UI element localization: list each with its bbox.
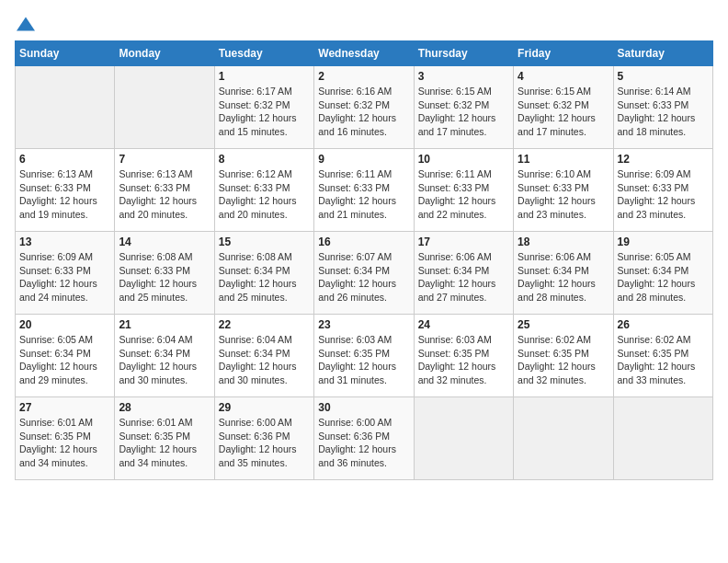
calendar-week-row: 6Sunrise: 6:13 AM Sunset: 6:33 PM Daylig…	[16, 149, 713, 232]
calendar-cell	[16, 66, 115, 149]
calendar-cell: 17Sunrise: 6:06 AM Sunset: 6:34 PM Dayli…	[414, 232, 513, 315]
calendar-cell: 20Sunrise: 6:05 AM Sunset: 6:34 PM Dayli…	[16, 315, 115, 397]
calendar-cell: 6Sunrise: 6:13 AM Sunset: 6:33 PM Daylig…	[16, 149, 115, 232]
calendar-cell: 25Sunrise: 6:02 AM Sunset: 6:35 PM Dayli…	[514, 315, 613, 397]
weekday-header: Friday	[514, 41, 613, 66]
calendar-cell	[414, 397, 513, 480]
calendar-cell: 8Sunrise: 6:12 AM Sunset: 6:33 PM Daylig…	[214, 149, 313, 232]
calendar-cell: 24Sunrise: 6:03 AM Sunset: 6:35 PM Dayli…	[414, 315, 513, 397]
calendar-cell: 26Sunrise: 6:02 AM Sunset: 6:35 PM Dayli…	[613, 315, 712, 397]
logo-icon	[17, 15, 35, 33]
calendar-cell: 12Sunrise: 6:09 AM Sunset: 6:33 PM Dayli…	[613, 149, 712, 232]
calendar-cell: 3Sunrise: 6:15 AM Sunset: 6:32 PM Daylig…	[414, 66, 513, 149]
day-info: Sunrise: 6:06 AM Sunset: 6:34 PM Dayligh…	[418, 250, 509, 304]
calendar-cell: 30Sunrise: 6:00 AM Sunset: 6:36 PM Dayli…	[314, 397, 414, 480]
day-info: Sunrise: 6:12 AM Sunset: 6:33 PM Dayligh…	[219, 167, 310, 222]
day-info: Sunrise: 6:17 AM Sunset: 6:32 PM Dayligh…	[219, 85, 310, 139]
day-number: 9	[318, 153, 409, 166]
day-info: Sunrise: 6:00 AM Sunset: 6:36 PM Dayligh…	[219, 416, 310, 470]
day-number: 11	[518, 153, 609, 166]
day-info: Sunrise: 6:03 AM Sunset: 6:35 PM Dayligh…	[318, 333, 409, 387]
day-number: 20	[19, 318, 110, 331]
page-header	[15, 15, 713, 29]
day-info: Sunrise: 6:02 AM Sunset: 6:35 PM Dayligh…	[618, 333, 709, 387]
day-info: Sunrise: 6:03 AM Sunset: 6:35 PM Dayligh…	[418, 333, 509, 387]
calendar-cell	[115, 66, 214, 149]
calendar-cell: 4Sunrise: 6:15 AM Sunset: 6:32 PM Daylig…	[514, 66, 613, 149]
calendar-cell: 19Sunrise: 6:05 AM Sunset: 6:34 PM Dayli…	[613, 232, 712, 315]
calendar-cell: 9Sunrise: 6:11 AM Sunset: 6:33 PM Daylig…	[314, 149, 414, 232]
day-info: Sunrise: 6:16 AM Sunset: 6:32 PM Dayligh…	[318, 85, 409, 139]
calendar-table: SundayMondayTuesdayWednesdayThursdayFrid…	[15, 40, 713, 480]
day-info: Sunrise: 6:05 AM Sunset: 6:34 PM Dayligh…	[618, 250, 709, 304]
calendar-cell: 7Sunrise: 6:13 AM Sunset: 6:33 PM Daylig…	[115, 149, 214, 232]
weekday-header: Monday	[115, 41, 214, 66]
day-info: Sunrise: 6:09 AM Sunset: 6:33 PM Dayligh…	[19, 250, 110, 304]
day-info: Sunrise: 6:11 AM Sunset: 6:33 PM Dayligh…	[418, 167, 509, 222]
day-info: Sunrise: 6:04 AM Sunset: 6:34 PM Dayligh…	[219, 333, 310, 387]
day-number: 3	[418, 70, 509, 83]
calendar-week-row: 13Sunrise: 6:09 AM Sunset: 6:33 PM Dayli…	[16, 232, 713, 315]
day-number: 18	[518, 236, 609, 248]
weekday-row: SundayMondayTuesdayWednesdayThursdayFrid…	[16, 41, 713, 66]
day-number: 30	[318, 401, 409, 414]
day-info: Sunrise: 6:04 AM Sunset: 6:34 PM Dayligh…	[119, 333, 210, 387]
calendar-cell: 1Sunrise: 6:17 AM Sunset: 6:32 PM Daylig…	[214, 66, 313, 149]
day-info: Sunrise: 6:14 AM Sunset: 6:33 PM Dayligh…	[618, 85, 709, 139]
calendar-cell: 14Sunrise: 6:08 AM Sunset: 6:33 PM Dayli…	[115, 232, 214, 315]
calendar-week-row: 20Sunrise: 6:05 AM Sunset: 6:34 PM Dayli…	[16, 315, 713, 397]
day-number: 13	[19, 236, 110, 248]
day-number: 21	[119, 318, 210, 331]
calendar-cell: 13Sunrise: 6:09 AM Sunset: 6:33 PM Dayli…	[16, 232, 115, 315]
calendar-cell: 16Sunrise: 6:07 AM Sunset: 6:34 PM Dayli…	[314, 232, 414, 315]
day-number: 29	[219, 401, 310, 414]
weekday-header: Tuesday	[214, 41, 313, 66]
svg-marker-0	[17, 17, 35, 31]
day-info: Sunrise: 6:09 AM Sunset: 6:33 PM Dayligh…	[618, 167, 709, 222]
day-number: 28	[119, 401, 210, 414]
calendar-cell: 15Sunrise: 6:08 AM Sunset: 6:34 PM Dayli…	[214, 232, 313, 315]
day-info: Sunrise: 6:08 AM Sunset: 6:33 PM Dayligh…	[119, 250, 210, 304]
day-info: Sunrise: 6:15 AM Sunset: 6:32 PM Dayligh…	[418, 85, 509, 139]
calendar-cell: 27Sunrise: 6:01 AM Sunset: 6:35 PM Dayli…	[16, 397, 115, 480]
calendar-cell: 2Sunrise: 6:16 AM Sunset: 6:32 PM Daylig…	[314, 66, 414, 149]
day-number: 12	[618, 153, 709, 166]
day-number: 22	[219, 318, 310, 331]
calendar-cell: 28Sunrise: 6:01 AM Sunset: 6:35 PM Dayli…	[115, 397, 214, 480]
day-info: Sunrise: 6:15 AM Sunset: 6:32 PM Dayligh…	[518, 85, 609, 139]
weekday-header: Thursday	[414, 41, 513, 66]
day-info: Sunrise: 6:01 AM Sunset: 6:35 PM Dayligh…	[119, 416, 210, 470]
calendar-cell	[514, 397, 613, 480]
weekday-header: Wednesday	[314, 41, 414, 66]
calendar-cell: 22Sunrise: 6:04 AM Sunset: 6:34 PM Dayli…	[214, 315, 313, 397]
day-number: 6	[19, 153, 110, 166]
day-number: 15	[219, 236, 310, 248]
day-number: 16	[318, 236, 409, 248]
day-info: Sunrise: 6:13 AM Sunset: 6:33 PM Dayligh…	[19, 167, 110, 222]
calendar-cell	[613, 397, 712, 480]
day-info: Sunrise: 6:11 AM Sunset: 6:33 PM Dayligh…	[318, 167, 409, 222]
day-number: 1	[219, 70, 310, 83]
day-info: Sunrise: 6:00 AM Sunset: 6:36 PM Dayligh…	[318, 416, 409, 470]
day-number: 8	[219, 153, 310, 166]
calendar-cell: 21Sunrise: 6:04 AM Sunset: 6:34 PM Dayli…	[115, 315, 214, 397]
day-info: Sunrise: 6:05 AM Sunset: 6:34 PM Dayligh…	[19, 333, 110, 387]
day-number: 17	[418, 236, 509, 248]
day-info: Sunrise: 6:13 AM Sunset: 6:33 PM Dayligh…	[119, 167, 210, 222]
calendar-week-row: 1Sunrise: 6:17 AM Sunset: 6:32 PM Daylig…	[16, 66, 713, 149]
calendar-cell: 5Sunrise: 6:14 AM Sunset: 6:33 PM Daylig…	[613, 66, 712, 149]
day-info: Sunrise: 6:02 AM Sunset: 6:35 PM Dayligh…	[518, 333, 609, 387]
calendar-header: SundayMondayTuesdayWednesdayThursdayFrid…	[16, 41, 713, 66]
day-number: 14	[119, 236, 210, 248]
day-number: 23	[318, 318, 409, 331]
day-number: 5	[618, 70, 709, 83]
calendar-cell: 18Sunrise: 6:06 AM Sunset: 6:34 PM Dayli…	[514, 232, 613, 315]
calendar-cell: 23Sunrise: 6:03 AM Sunset: 6:35 PM Dayli…	[314, 315, 414, 397]
day-info: Sunrise: 6:01 AM Sunset: 6:35 PM Dayligh…	[19, 416, 110, 470]
day-number: 7	[119, 153, 210, 166]
day-number: 27	[19, 401, 110, 414]
day-info: Sunrise: 6:08 AM Sunset: 6:34 PM Dayligh…	[219, 250, 310, 304]
day-number: 26	[618, 318, 709, 331]
calendar-body: 1Sunrise: 6:17 AM Sunset: 6:32 PM Daylig…	[16, 66, 713, 480]
day-info: Sunrise: 6:10 AM Sunset: 6:33 PM Dayligh…	[518, 167, 609, 222]
